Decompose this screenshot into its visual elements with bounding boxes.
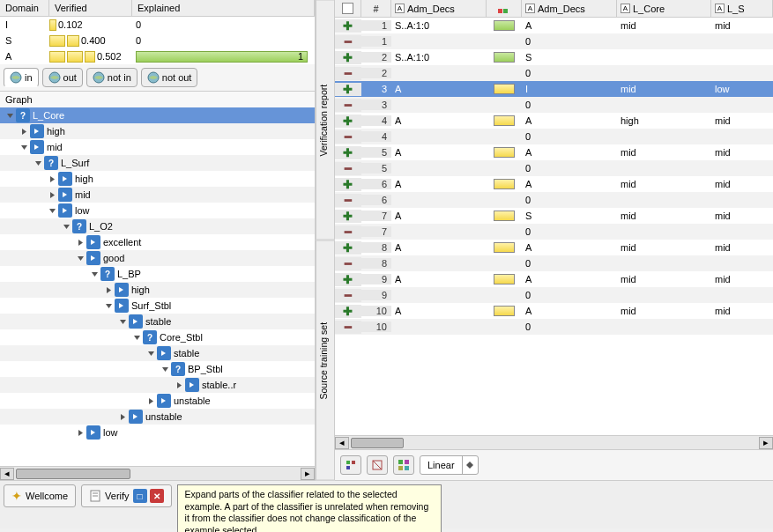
collapse-icon[interactable] [159, 363, 171, 375]
grid-row[interactable]: ━60 [335, 192, 773, 208]
close-icon[interactable]: ✕ [150, 489, 164, 503]
tree-node[interactable]: low [0, 425, 315, 440]
domain-row[interactable]: I0.1020 [0, 17, 315, 33]
tree-label: high [131, 284, 150, 295]
grid-row[interactable]: ✚4AAhighmid [335, 113, 773, 129]
expand-icon[interactable] [18, 125, 30, 137]
col-explained[interactable]: Explained [132, 0, 315, 16]
tab-in[interactable]: in [4, 68, 39, 87]
tree-label: unstable [174, 395, 211, 406]
grid-row[interactable]: ━20 [335, 65, 773, 81]
expand-icon[interactable] [46, 173, 58, 185]
col-color[interactable] [487, 0, 522, 17]
tree-node[interactable]: mid [0, 187, 315, 203]
collapse-icon[interactable] [88, 268, 100, 280]
expand-icon[interactable] [74, 236, 86, 248]
tab-out[interactable]: out [42, 68, 83, 87]
grid-row[interactable]: ━30 [335, 97, 773, 113]
cell-adm1: S..A:1:0 [391, 20, 487, 31]
tree-node[interactable]: ?L_Core [0, 107, 315, 123]
col-l-surf[interactable]: AL_S [711, 0, 773, 17]
vtab-source-training-set[interactable]: Source training set [316, 240, 335, 481]
col-domain[interactable]: Domain [0, 0, 49, 16]
col-row-number[interactable]: # [361, 0, 391, 17]
grid-row[interactable]: ━70 [335, 224, 773, 240]
toolbar-btn-2[interactable] [367, 455, 388, 475]
grid-row[interactable]: ✚5AAmidmid [335, 144, 773, 160]
tab-not-in[interactable]: not in [86, 68, 138, 87]
expand-icon[interactable] [102, 284, 115, 296]
grid-row[interactable]: ✚8AAmidmid [335, 240, 773, 255]
toolbar-btn-1[interactable] [340, 455, 361, 475]
tree-node[interactable]: high [0, 123, 315, 139]
tree-node[interactable]: low [0, 203, 315, 218]
col-adm-decs-2[interactable]: AAdm_Decs [522, 0, 617, 17]
tree-node[interactable]: stable..r [0, 377, 315, 393]
cell-lcore: mid [617, 211, 711, 221]
collapse-icon[interactable] [46, 204, 58, 217]
tree-node[interactable]: ?L_Surf [0, 155, 315, 171]
expand-icon[interactable] [74, 426, 86, 439]
tree-node[interactable]: good [0, 250, 315, 266]
tree-node[interactable]: ?L_O2 [0, 218, 315, 234]
wellcome-button[interactable]: ✦ Wellcome [4, 484, 76, 507]
grid-row[interactable]: ━10 [335, 33, 773, 49]
cell-adm2: 0 [522, 68, 617, 78]
grid-row[interactable]: ━90 [335, 287, 773, 303]
tree-node[interactable]: Surf_Stbl [0, 298, 315, 314]
collapse-icon[interactable] [32, 157, 44, 169]
grid-row[interactable]: ✚7ASmidmid [335, 208, 773, 224]
grid-hscroll[interactable]: ◂ ▸ [335, 435, 773, 449]
col-verified[interactable]: Verified [49, 0, 132, 16]
collapse-icon[interactable] [145, 347, 157, 359]
collapse-icon[interactable] [116, 315, 129, 328]
tree-node[interactable]: mid [0, 139, 315, 155]
grid-row[interactable]: ✚2S..A:1:0S [335, 49, 773, 65]
tree-node[interactable]: ?Core_Stbl [0, 329, 315, 345]
vtab-verification-report[interactable]: Verification report [316, 0, 335, 240]
toolbar-btn-3[interactable] [393, 455, 414, 475]
tree-node[interactable]: unstable [0, 409, 315, 425]
tree-node[interactable]: stable [0, 345, 315, 361]
tree-hscroll[interactable]: ◂ ▸ [0, 466, 315, 480]
svg-rect-6 [346, 466, 350, 469]
tree-node[interactable]: stable [0, 314, 315, 329]
grid-row[interactable]: ━40 [335, 129, 773, 144]
grid-row[interactable]: ✚3AImidlow [335, 81, 773, 97]
collapse-icon[interactable] [60, 220, 72, 233]
expand-icon[interactable] [116, 410, 129, 423]
grid-row[interactable]: ✚1S..A:1:0Amidmid [335, 18, 773, 33]
tree-node[interactable]: excellent [0, 234, 315, 250]
col-l-core[interactable]: AL_Core [617, 0, 711, 17]
tab-not-out[interactable]: not out [141, 68, 198, 87]
expand-icon[interactable] [145, 395, 157, 407]
tree-node[interactable]: ?BP_Stbl [0, 361, 315, 377]
tree-node[interactable]: ?L_BP [0, 266, 315, 282]
domain-row[interactable]: S0.4000 [0, 33, 315, 48]
grid-row[interactable]: ━100 [335, 319, 773, 335]
grid-row[interactable]: ✚10AAmidmid [335, 303, 773, 319]
col-adm-decs-1[interactable]: AAdm_Decs [391, 0, 487, 17]
domain-row[interactable]: A0.5021 [0, 48, 315, 64]
tree-node[interactable]: unstable [0, 393, 315, 409]
tree-label: L_O2 [89, 221, 113, 232]
grid-row[interactable]: ✚9AAmidmid [335, 271, 773, 287]
tree-label: L_BP [117, 269, 141, 279]
expand-icon[interactable] [173, 379, 185, 391]
tree-node[interactable]: high [0, 171, 315, 187]
grid-row[interactable]: ✚6AAmidmid [335, 176, 773, 192]
grid-row[interactable]: ━50 [335, 160, 773, 176]
collapse-icon[interactable] [74, 252, 86, 264]
grid-row[interactable]: ━80 [335, 255, 773, 271]
expand-icon[interactable] [46, 188, 58, 201]
tree-node[interactable]: high [0, 282, 315, 298]
blue-action-icon[interactable]: □ [133, 489, 147, 503]
collapse-icon[interactable] [130, 331, 143, 344]
scale-select[interactable]: Linear [420, 455, 479, 475]
collapse-icon[interactable] [4, 109, 16, 122]
col-checkbox[interactable] [335, 0, 361, 17]
collapse-icon[interactable] [102, 299, 115, 312]
question-icon: ? [44, 156, 58, 170]
verify-button[interactable]: Verify □ ✕ [81, 484, 172, 507]
collapse-icon[interactable] [18, 141, 30, 153]
